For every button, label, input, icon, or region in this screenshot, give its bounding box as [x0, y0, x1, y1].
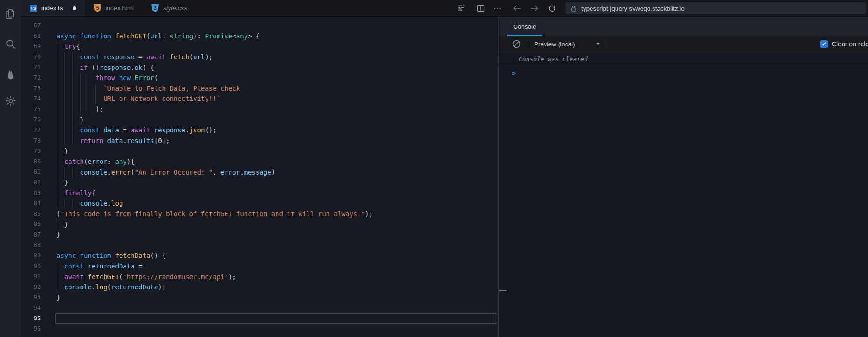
code-line[interactable]: 74 URL or Network connectivity!!` — [21, 94, 498, 104]
code-line[interactable]: 70 const response = await fetch(url); — [21, 52, 498, 62]
code-token: ]; — [162, 137, 170, 144]
code-line[interactable]: 90 const returnedData = — [21, 261, 498, 272]
line-number[interactable]: 93 — [21, 292, 41, 303]
code-token: `Unable to Fetch Data, Please check — [103, 85, 240, 92]
line-number[interactable]: 74 — [21, 94, 41, 104]
code-line[interactable]: 77 const data = await response.json(); — [21, 125, 498, 136]
address-bar[interactable]: typescript-jquery-svweqo.stackblitz.io — [565, 2, 866, 14]
code-link[interactable]: https://randomuser.me/api — [127, 273, 225, 281]
code-line[interactable]: 92 console.log(returnedData); — [21, 282, 498, 293]
split-editor-icon[interactable] — [476, 4, 485, 13]
code-editor[interactable]: 6768async function fetchGET(url: string)… — [21, 17, 498, 337]
code-token: ); — [228, 273, 236, 281]
code-line[interactable]: 83 finally{ — [21, 188, 498, 199]
console-input-row[interactable]: > — [499, 66, 868, 80]
code-line[interactable]: 87} — [21, 230, 498, 240]
code-token: throw — [95, 74, 115, 81]
code-text: } — [57, 114, 498, 125]
code-token — [100, 53, 103, 61]
line-number[interactable]: 85 — [21, 209, 41, 219]
reload-icon[interactable] — [547, 4, 557, 13]
line-number[interactable]: 88 — [21, 240, 41, 250]
line-number[interactable]: 78 — [21, 136, 41, 146]
code-line[interactable]: 75 ); — [21, 104, 498, 115]
search-icon[interactable] — [5, 38, 17, 50]
line-number[interactable]: 80 — [21, 156, 41, 167]
code-line[interactable]: 67 — [21, 20, 498, 31]
code-line[interactable]: 95 — [21, 313, 498, 324]
code-token — [100, 126, 103, 134]
code-line[interactable]: 71 if (!response.ok) { — [21, 62, 498, 73]
nav-forward-icon[interactable] — [529, 3, 540, 13]
code-token: } — [57, 231, 60, 238]
line-number[interactable]: 82 — [21, 177, 41, 188]
code-line[interactable]: 91 await fetchGET('https://randomuser.me… — [21, 271, 498, 282]
nav-back-icon[interactable] — [512, 3, 522, 13]
code-text: try{ — [57, 41, 498, 52]
line-number[interactable]: 77 — [21, 125, 41, 136]
firebase-icon[interactable] — [5, 68, 17, 80]
clear-on-reload-checkbox[interactable]: Clear on reload — [820, 36, 868, 52]
line-number[interactable]: 67 — [21, 20, 41, 31]
code-line[interactable]: 89async function fetchData() { — [21, 250, 498, 261]
code-line[interactable]: 80 catch(error: any){ — [21, 156, 498, 167]
code-line[interactable]: 88 — [21, 240, 498, 250]
line-number[interactable]: 90 — [21, 261, 41, 272]
line-number[interactable]: 89 — [21, 250, 41, 261]
more-actions-icon[interactable] — [493, 4, 502, 13]
files-icon[interactable] — [5, 8, 17, 20]
line-number[interactable]: 79 — [21, 146, 41, 156]
tab-console[interactable]: Console — [507, 17, 542, 36]
code-line[interactable]: 82 } — [21, 177, 498, 188]
settings-gear-icon[interactable] — [5, 95, 17, 107]
clear-console-icon[interactable] — [511, 38, 522, 50]
code-line[interactable]: 72 throw new Error( — [21, 73, 498, 83]
code-token: } — [57, 116, 84, 124]
code-line[interactable]: 86 } — [21, 219, 498, 230]
code-line[interactable]: 81 console.error("An Error Occured: ", e… — [21, 167, 498, 177]
code-token: url — [193, 53, 205, 61]
line-number[interactable]: 75 — [21, 104, 41, 115]
line-number[interactable]: 81 — [21, 167, 41, 177]
tab-index.html[interactable]: 5index.html — [85, 0, 143, 16]
line-number[interactable]: 73 — [21, 83, 41, 94]
line-number[interactable]: 83 — [21, 188, 41, 199]
code-token: Promise — [205, 32, 232, 40]
code-token: ( — [189, 53, 193, 61]
line-number[interactable]: 96 — [21, 324, 41, 334]
line-number[interactable]: 71 — [21, 62, 41, 73]
line-number[interactable]: 92 — [21, 282, 41, 293]
prettier-icon[interactable] — [457, 4, 465, 12]
code-line[interactable]: 79 } — [21, 146, 498, 156]
line-number[interactable]: 72 — [21, 73, 41, 83]
code-line[interactable]: 69 try{ — [21, 41, 498, 52]
line-number[interactable]: 95 — [21, 313, 41, 324]
indent-guide — [64, 125, 65, 136]
line-number[interactable]: 84 — [21, 198, 41, 209]
tab-style.css[interactable]: 3style.css — [143, 0, 196, 16]
code-line[interactable]: 93} — [21, 292, 498, 303]
code-token: const — [80, 53, 100, 61]
indent-guide — [72, 104, 73, 115]
line-number[interactable]: 87 — [21, 230, 41, 240]
code-token: response — [100, 64, 131, 71]
line-number[interactable]: 94 — [21, 303, 41, 313]
code-line[interactable]: 76 } — [21, 114, 498, 125]
tab-index.ts[interactable]: TSindex.ts — [21, 0, 85, 16]
indent-guide — [57, 83, 57, 94]
code-line[interactable]: 78 return data.results[0]; — [21, 136, 498, 146]
line-number[interactable]: 86 — [21, 219, 41, 230]
code-line[interactable]: 96 — [21, 324, 498, 334]
code-line[interactable]: 68async function fetchGET(url: string): … — [21, 31, 498, 42]
line-number[interactable]: 68 — [21, 31, 41, 42]
code-line[interactable]: 85("This code is from finally block of f… — [21, 209, 498, 219]
preview-source-select[interactable]: Preview (local) — [534, 36, 600, 52]
line-number[interactable]: 91 — [21, 271, 41, 282]
code-line[interactable]: 84 console.log — [21, 198, 498, 209]
line-number[interactable]: 76 — [21, 114, 41, 125]
line-number[interactable]: 69 — [21, 41, 41, 52]
code-text — [57, 324, 498, 334]
code-line[interactable]: 73 `Unable to Fetch Data, Please check — [21, 83, 498, 94]
line-number[interactable]: 70 — [21, 52, 41, 62]
code-line[interactable]: 94 — [21, 303, 498, 313]
